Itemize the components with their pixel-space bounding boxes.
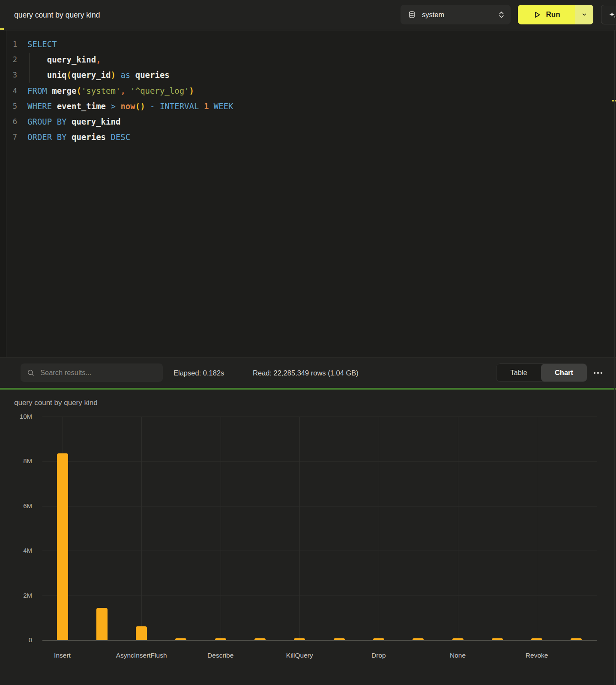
code-line[interactable]: query_kind, [27, 52, 101, 67]
y-tick-label: 0 [0, 636, 32, 644]
bar [373, 638, 384, 640]
x-tick-label: Insert [22, 651, 103, 659]
gridline-vertical [458, 417, 458, 640]
code-line[interactable]: SELECT [27, 36, 57, 52]
line-number: 1 [0, 36, 17, 52]
chevron-down-icon [581, 12, 587, 18]
more-icon [593, 372, 603, 374]
top-bar: query count by query kind system [0, 0, 616, 30]
bar [96, 608, 108, 640]
gridline-horizontal [42, 461, 597, 462]
line-number: 4 [0, 83, 17, 98]
gridline-vertical [299, 417, 300, 640]
search-icon [27, 369, 35, 377]
code-line[interactable]: ORDER BY queries DESC [27, 129, 130, 145]
run-button[interactable]: Run [518, 5, 575, 24]
search-box[interactable] [21, 363, 163, 382]
run-options-button[interactable] [575, 5, 593, 24]
bar [254, 638, 266, 640]
line-number: 6 [0, 114, 17, 129]
bar [215, 638, 226, 640]
ai-assistant-button[interactable] [601, 5, 616, 24]
run-button-label: Run [546, 10, 560, 19]
x-tick-label: KillQuery [259, 651, 340, 659]
y-tick-label: 6M [0, 502, 32, 510]
code-line[interactable]: FROM merge('system', '^query_log') [27, 83, 194, 98]
gridline-vertical [141, 417, 142, 640]
bar [294, 638, 305, 640]
app-window: query count by query kind system [0, 0, 616, 685]
gridline-vertical [379, 417, 379, 640]
scrollbar-track[interactable] [614, 30, 615, 685]
view-toggle: Table Chart [496, 363, 587, 382]
gridline-vertical [221, 417, 221, 640]
gridline-horizontal [42, 417, 597, 417]
tab-chart[interactable]: Chart [541, 364, 587, 381]
bar [571, 638, 582, 640]
bar [175, 638, 186, 640]
read-stat: Read: 22,285,349 rows (1.04 GB) [253, 357, 359, 388]
x-tick-label: None [417, 651, 499, 659]
y-tick-label: 2M [0, 592, 32, 599]
more-options-button[interactable] [589, 363, 607, 382]
y-tick-label: 4M [0, 547, 32, 554]
x-tick-label: Describe [180, 651, 261, 659]
line-number: 7 [0, 129, 17, 145]
x-tick-label: Drop [338, 651, 419, 659]
elapsed-stat: Elapsed: 0.182s [173, 357, 224, 388]
search-input[interactable] [39, 368, 155, 377]
chart-panel: query count by query kind 02M4M6M8M10MIn… [0, 390, 616, 685]
chevron-updown-icon [498, 11, 505, 18]
line-number: 5 [0, 98, 17, 114]
sql-editor[interactable]: 1234567 SELECT query_kind, uniq(query_id… [0, 30, 616, 357]
gridline-horizontal [42, 596, 597, 596]
database-icon [408, 11, 416, 18]
bar [492, 638, 503, 640]
query-title: query count by query kind [14, 0, 100, 30]
gridline-horizontal [42, 506, 597, 506]
run-button-group: Run [518, 5, 593, 24]
bar [57, 453, 68, 640]
line-number: 2 [0, 52, 17, 67]
code-line[interactable]: uniq(query_id) as queries [27, 67, 170, 83]
sparkle-icon [608, 10, 616, 19]
x-tick-label: Revoke [496, 651, 577, 659]
bar [413, 638, 424, 640]
bar [531, 638, 542, 640]
line-numbers: 1234567 [0, 30, 19, 357]
bar [452, 638, 463, 640]
gridline-vertical [537, 417, 537, 640]
database-selector[interactable]: system [401, 5, 511, 24]
database-selector-value: system [422, 11, 444, 19]
code-line[interactable]: WHERE event_time > now() - INTERVAL 1 WE… [27, 98, 233, 114]
x-tick-label: AsyncInsertFlush [101, 651, 182, 659]
bar [334, 638, 345, 640]
play-icon [533, 11, 541, 19]
plot-area: 02M4M6M8M10MInsertAsyncInsertFlushDescri… [0, 390, 616, 685]
tab-indicator [0, 28, 4, 30]
tab-table[interactable]: Table [496, 364, 541, 381]
y-tick-label: 10M [0, 413, 32, 420]
results-toolbar: Elapsed: 0.182s Read: 22,285,349 rows (1… [0, 357, 616, 388]
code-line[interactable]: GROUP BY query_kind [27, 114, 120, 129]
bar [136, 626, 147, 640]
line-number: 3 [0, 67, 17, 83]
code-lines[interactable]: SELECT query_kind, uniq(query_id) as que… [27, 30, 616, 357]
x-axis-line [42, 640, 597, 641]
y-tick-label: 8M [0, 457, 32, 465]
gridline-horizontal [42, 551, 597, 551]
